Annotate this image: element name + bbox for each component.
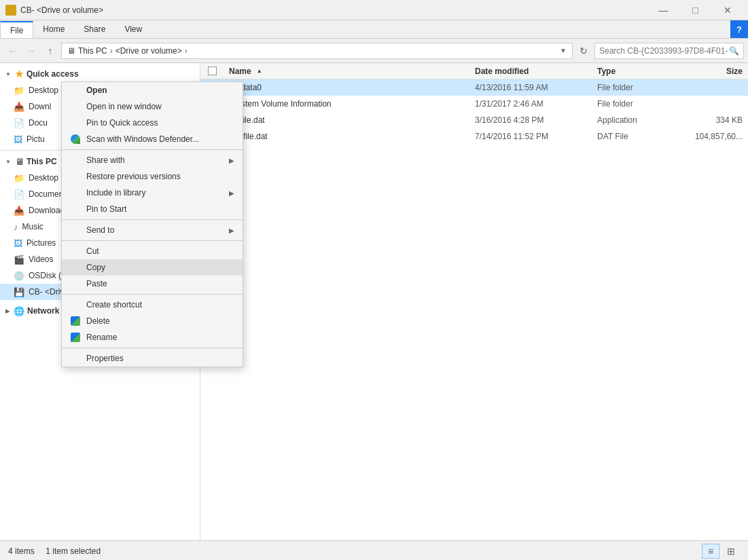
- network-icon: 🌐: [14, 306, 24, 316]
- col-header-type[interactable]: Type: [592, 63, 680, 79]
- col-header-size[interactable]: Size: [680, 63, 748, 79]
- sidebar-header-quick-access[interactable]: ▼ ★ Quick access: [0, 66, 200, 82]
- ctx-open-new-icon: [70, 101, 81, 112]
- delete-shield-icon: [71, 316, 80, 326]
- file-header: Name ▲ Date modified Type Size: [200, 63, 748, 79]
- table-row[interactable]: ✓ 📁 data0 4/13/2016 11:59 AM File folder: [200, 79, 748, 96]
- tab-share[interactable]: Share: [74, 20, 115, 38]
- close-button[interactable]: ✕: [712, 0, 743, 20]
- col-type-label: Type: [597, 67, 616, 76]
- col-size-label: Size: [726, 67, 743, 76]
- large-icons-view-button[interactable]: ⊞: [722, 544, 740, 559]
- breadcrumb-thispc[interactable]: This PC: [78, 46, 107, 56]
- ctx-properties-label: Properties: [86, 354, 124, 363]
- back-button[interactable]: ←: [4, 43, 20, 59]
- ctx-include-library[interactable]: Include in library ▶: [62, 185, 243, 201]
- quick-access-star-icon: ★: [15, 69, 24, 79]
- refresh-button[interactable]: ↻: [575, 43, 592, 59]
- app-icon: [5, 5, 16, 16]
- filename-dat: tfile.dat: [241, 132, 268, 141]
- status-bar: 4 items 1 item selected ≡ ⊞: [0, 540, 748, 560]
- header-checkbox[interactable]: [208, 67, 217, 75]
- defender-shield-icon: [71, 134, 80, 144]
- col-header-date[interactable]: Date modified: [469, 63, 592, 79]
- file-size-app: 334 KB: [680, 115, 748, 125]
- window-controls: — □ ✕: [648, 0, 743, 20]
- ctx-open[interactable]: Open: [62, 82, 243, 98]
- ctx-pin-start[interactable]: Pin to Start: [62, 201, 243, 217]
- ctx-scan-defender[interactable]: Scan with Windows Defender...: [62, 131, 243, 147]
- downloads-icon-2: 📥: [14, 206, 24, 216]
- ctx-pin-label: Pin to Quick access: [86, 118, 158, 128]
- tab-file[interactable]: File: [0, 21, 33, 38]
- title-bar: CB- <Drive or volume> — □ ✕: [0, 0, 748, 20]
- forward-button[interactable]: →: [23, 43, 39, 59]
- rename-shield-icon: [71, 333, 80, 342]
- tab-home[interactable]: Home: [33, 20, 74, 38]
- ctx-rename[interactable]: Rename: [62, 329, 243, 346]
- ctx-separator-3: [62, 240, 243, 241]
- ctx-paste-icon: [70, 278, 81, 289]
- table-row[interactable]: 📁 stem Volume Information 1/31/2017 2:46…: [200, 96, 748, 112]
- tab-view[interactable]: View: [115, 20, 152, 38]
- ctx-share-with[interactable]: Share with ▶: [62, 152, 243, 168]
- ctx-paste-label: Paste: [86, 279, 107, 288]
- search-icon[interactable]: 🔍: [729, 46, 739, 56]
- header-checkbox-area: [200, 67, 224, 75]
- window-title: CB- <Drive or volume>: [20, 5, 103, 15]
- file-list: ✓ 📁 data0 4/13/2016 11:59 AM File folder…: [200, 79, 748, 540]
- folder-icon: 📁: [14, 86, 24, 96]
- ctx-open-new-label: Open in new window: [86, 102, 162, 111]
- ctx-cut-icon: [70, 246, 81, 257]
- sidebar-label-music: Music: [22, 222, 43, 231]
- status-info: 4 items 1 item selected: [8, 546, 101, 556]
- minimize-button[interactable]: —: [648, 0, 679, 20]
- item-count: 4 items: [8, 546, 35, 556]
- file-type-sys: File folder: [592, 99, 680, 109]
- col-name-label: Name: [229, 67, 251, 76]
- ctx-properties[interactable]: Properties: [62, 350, 243, 367]
- ctx-create-shortcut[interactable]: Create shortcut: [62, 297, 243, 313]
- sidebar-label-downloads-truncated: Downl: [29, 102, 51, 111]
- table-row[interactable]: 📋 tfile.dat 7/14/2016 11:52 PM DAT File …: [200, 128, 748, 145]
- sidebar-label-desktop2: Desktop: [29, 173, 58, 183]
- breadcrumb-icon: 🖥: [67, 46, 75, 56]
- ctx-paste[interactable]: Paste: [62, 276, 243, 292]
- chevron-icon-network: ▶: [5, 308, 10, 314]
- col-date-label: Date modified: [475, 67, 529, 76]
- ctx-copy[interactable]: Copy: [62, 259, 243, 276]
- maximize-button[interactable]: □: [680, 0, 711, 20]
- ctx-restore-prev[interactable]: Restore previous versions: [62, 168, 243, 185]
- ctx-cut[interactable]: Cut: [62, 243, 243, 259]
- breadcrumb-sep1: ›: [110, 46, 113, 56]
- file-area: Name ▲ Date modified Type Size ✓ 📁: [200, 63, 748, 540]
- chevron-icon-pc: ▼: [5, 159, 11, 165]
- col-header-name[interactable]: Name ▲: [224, 63, 469, 79]
- ctx-send-to[interactable]: Send to ▶: [62, 222, 243, 238]
- file-name-dat: 📋 tfile.dat: [224, 132, 469, 142]
- ctx-pin-quick[interactable]: Pin to Quick access: [62, 115, 243, 131]
- ctx-separator-1: [62, 149, 243, 150]
- table-row[interactable]: ⚙ tfile.dat 3/16/2016 4:28 PM Applicatio…: [200, 112, 748, 128]
- context-menu: Open Open in new window Pin to Quick acc…: [61, 81, 243, 367]
- pc-icon: 🖥: [15, 157, 24, 167]
- ctx-copy-label: Copy: [86, 263, 105, 272]
- ctx-library-arrow: ▶: [229, 189, 234, 197]
- search-input[interactable]: [599, 46, 729, 56]
- ctx-rename-icon: [70, 332, 81, 343]
- up-button[interactable]: ↑: [42, 43, 58, 59]
- ctx-sendto-arrow: ▶: [229, 227, 234, 234]
- address-path[interactable]: 🖥 This PC › <Drive or volume> › ▼: [61, 43, 573, 59]
- osdisk-icon: 💿: [14, 271, 24, 281]
- dropdown-arrow[interactable]: ▼: [560, 47, 567, 54]
- ctx-share-icon: [70, 155, 81, 166]
- ctx-open-new-window[interactable]: Open in new window: [62, 98, 243, 115]
- ctx-shortcut-label: Create shortcut: [86, 300, 142, 310]
- details-view-button[interactable]: ≡: [702, 544, 719, 559]
- docs-icon-2: 📄: [14, 189, 24, 200]
- ctx-pin-start-icon: [70, 204, 81, 214]
- docs-icon: 📄: [14, 118, 24, 128]
- ctx-delete[interactable]: Delete: [62, 313, 243, 329]
- help-button[interactable]: ?: [730, 20, 748, 38]
- breadcrumb-drive[interactable]: <Drive or volume>: [115, 46, 182, 56]
